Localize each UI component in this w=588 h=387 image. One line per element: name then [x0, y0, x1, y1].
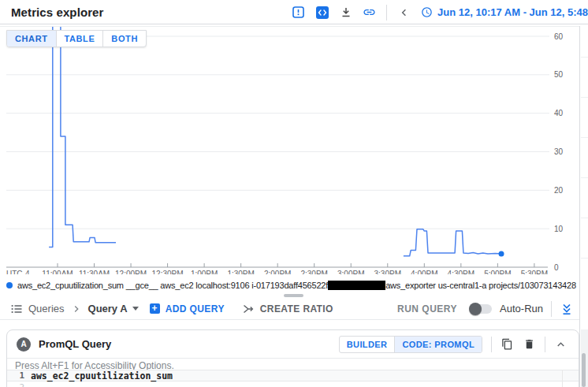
line-number: 1 — [7, 370, 24, 381]
chart-legend[interactable]: aws_ec2_cpuutilization_sum __gce__ aws_e… — [6, 279, 576, 292]
svg-text:12:00PM: 12:00PM — [115, 270, 147, 274]
svg-text:40: 40 — [554, 109, 564, 117]
query-selector[interactable]: Query A — [88, 303, 139, 314]
run-query-button[interactable]: RUN QUERY — [397, 303, 457, 314]
query-name: Query A — [88, 303, 128, 314]
tab-both[interactable]: BOTH — [103, 31, 146, 47]
svg-text:2:00PM: 2:00PM — [264, 270, 291, 274]
legend-redacted-box — [328, 281, 385, 290]
svg-text:20: 20 — [554, 186, 564, 195]
query-mode-toggle: BUILDER CODE: PROMQL — [339, 336, 482, 353]
svg-text:3:30PM: 3:30PM — [374, 270, 401, 274]
header-actions: Jun 12, 10:17 AM - Jun 12, 5:48 — [288, 0, 588, 24]
svg-text:1:00PM: 1:00PM — [191, 270, 218, 274]
svg-text:3:00PM: 3:00PM — [337, 270, 364, 274]
svg-text:4:30PM: 4:30PM — [448, 270, 474, 274]
double-chevron-down-icon — [560, 303, 573, 315]
svg-text:10: 10 — [554, 225, 564, 233]
chevron-left-icon[interactable] — [397, 6, 411, 19]
queries-label: Queries — [28, 303, 65, 314]
time-range-text: Jun 12, 10:17 AM - Jun 12, 5:48 — [437, 6, 588, 18]
promql-panel-title: PromQL Query — [39, 338, 111, 350]
time-range-selector[interactable]: Jun 12, 10:17 AM - Jun 12, 5:48 — [421, 6, 588, 18]
svg-text:2:30PM: 2:30PM — [300, 270, 327, 274]
code-line-1[interactable]: 1 aws_ec2_cpuutilization_sum — [7, 370, 579, 381]
create-ratio-button[interactable]: CREATE RATIO — [242, 303, 333, 315]
create-ratio-label: CREATE RATIO — [260, 303, 333, 314]
add-query-button[interactable]: + ADD QUERY — [150, 303, 225, 314]
tab-builder[interactable]: BUILDER — [340, 337, 396, 352]
legend-text-before: aws_ec2_cpuutilization_sum __gce__ aws_e… — [17, 281, 328, 290]
svg-text:11:00AM: 11:00AM — [42, 270, 73, 274]
svg-text:4:00PM: 4:00PM — [411, 270, 437, 274]
chevron-right-icon — [70, 303, 83, 315]
metrics-explorer-app: Metrics explorer Jun 12, 10:17 AM - Jun … — [0, 0, 588, 387]
toolbar-right: RUN QUERY Auto-Run — [397, 301, 573, 317]
tab-chart[interactable]: CHART — [7, 31, 57, 47]
auto-run-toggle[interactable] — [470, 304, 492, 314]
line-number: 2 — [7, 382, 24, 387]
collapse-all-queries-button[interactable] — [560, 302, 573, 315]
add-query-label: ADD QUERY — [166, 303, 225, 314]
code-text: aws_ec2_cpuutilization_sum — [31, 370, 173, 381]
legend-series-dot — [6, 282, 13, 288]
editor-print-margin — [562, 370, 563, 387]
page-title: Metrics explorer — [11, 6, 103, 19]
svg-text:5:00PM: 5:00PM — [484, 270, 511, 274]
strip-line — [581, 97, 588, 98]
svg-text:0: 0 — [554, 263, 559, 272]
promql-panel-header: A PromQL Query BUILDER CODE: PROMQL — [7, 330, 579, 359]
create-ratio-icon — [242, 303, 255, 315]
header-divider — [386, 5, 387, 20]
collapse-panel-button[interactable] — [554, 337, 568, 351]
header: Metrics explorer Jun 12, 10:17 AM - Jun … — [0, 0, 588, 24]
promql-code-editor[interactable]: Press Alt+F1 for Accessibility Options. … — [7, 359, 579, 387]
svg-text:50: 50 — [554, 70, 564, 79]
svg-text:1:30PM: 1:30PM — [227, 270, 254, 274]
download-icon[interactable] — [339, 6, 352, 19]
code-line-2[interactable]: 2 — [7, 381, 579, 387]
toggle-knob — [469, 303, 482, 315]
toolbar-divider — [551, 301, 552, 317]
panel-resize-handle[interactable] — [284, 294, 303, 297]
panel-header-actions: BUILDER CODE: PROMQL — [339, 336, 568, 353]
strip-line — [581, 57, 588, 58]
panel-divider-2 — [545, 337, 545, 352]
svg-text:5:30PM: 5:30PM — [521, 270, 548, 274]
strip-line — [581, 177, 588, 178]
strip-line — [581, 137, 588, 138]
auto-run-label: Auto-Run — [500, 303, 543, 314]
panel-divider-1 — [491, 337, 492, 352]
list-icon — [10, 303, 23, 315]
strip-line — [581, 218, 588, 218]
caret-down-icon — [132, 307, 139, 311]
svg-text:UTC-4: UTC-4 — [6, 270, 30, 274]
clock-icon — [421, 6, 433, 18]
delete-icon[interactable] — [523, 337, 536, 351]
accessibility-hint: Press Alt+F1 for Accessibility Options. — [7, 359, 579, 370]
copy-icon[interactable] — [501, 337, 514, 351]
tab-table[interactable]: TABLE — [57, 31, 104, 47]
svg-text:12:30PM: 12:30PM — [152, 270, 184, 274]
svg-text:30: 30 — [554, 147, 564, 156]
feedback-icon[interactable] — [292, 6, 305, 19]
chevron-up-icon — [554, 337, 568, 352]
page-scrollbar[interactable] — [579, 26, 588, 387]
svg-text:60: 60 — [554, 32, 564, 41]
scrollbar-thumb[interactable] — [582, 353, 586, 387]
svg-text:11:30AM: 11:30AM — [79, 270, 110, 274]
code-icon[interactable] — [315, 6, 329, 19]
queries-breadcrumb: Queries Query A — [10, 303, 139, 315]
chart-view-toggle: CHART TABLE BOTH — [6, 30, 147, 47]
plus-icon: + — [150, 303, 160, 314]
tab-code-promql[interactable]: CODE: PROMQL — [395, 337, 482, 352]
link-icon[interactable] — [363, 6, 376, 19]
queries-toolbar: Queries Query A + ADD QUERY CREATE RATIO… — [0, 298, 579, 320]
strip-line — [581, 258, 588, 259]
metrics-line-chart[interactable]: 0102030405060UTC-411:00AM11:30AM12:00PM1… — [0, 27, 579, 274]
chart-card: 0102030405060UTC-411:00AM11:30AM12:00PM1… — [0, 26, 579, 292]
query-badge: A — [17, 337, 31, 352]
promql-query-panel: A PromQL Query BUILDER CODE: PROMQL — [6, 329, 579, 387]
legend-text-after: aws_exporter us-central1-a projects/1030… — [385, 281, 576, 290]
